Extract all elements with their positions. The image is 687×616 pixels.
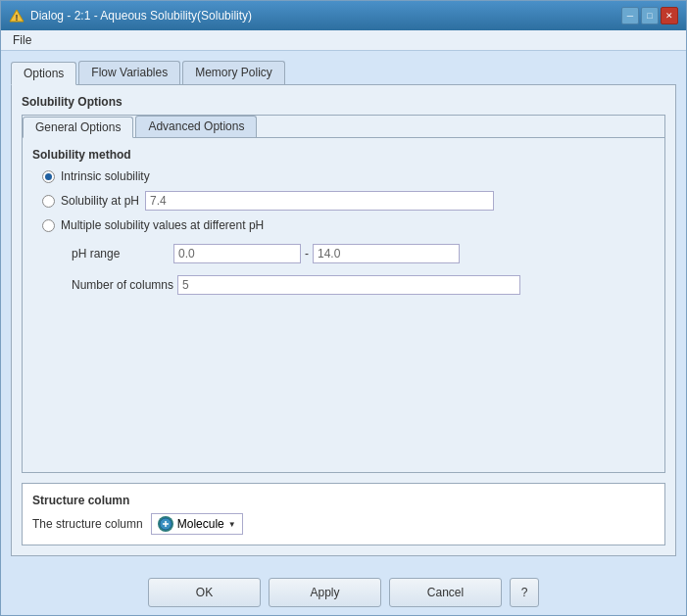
help-button[interactable]: ?	[510, 578, 539, 607]
file-menu[interactable]: File	[9, 31, 35, 49]
radio-label-ph: Solubility at pH	[61, 194, 139, 208]
molecule-dropdown[interactable]: Molecule ▼	[151, 513, 243, 535]
num-columns-row: Number of columns	[72, 275, 655, 295]
title-text: Dialog - 2:1 - Aqueous Solubility(Solubi…	[30, 9, 252, 23]
title-bar: ! Dialog - 2:1 - Aqueous Solubility(Solu…	[1, 1, 686, 30]
maximize-button[interactable]: □	[641, 7, 659, 24]
outer-tab-container: Options Flow Variables Memory Policy Sol…	[11, 61, 676, 556]
inner-tab-container: General Options Advanced Options Solubil…	[22, 115, 665, 473]
radio-intrinsic[interactable]	[42, 170, 55, 183]
ph-range-row: pH range -	[72, 244, 655, 263]
radio-row-multiple: Multiple solubility values at different …	[42, 218, 655, 232]
solubility-method-label: Solubility method	[32, 148, 655, 162]
title-buttons: ─ □ ✕	[621, 7, 678, 24]
title-bar-left: ! Dialog - 2:1 - Aqueous Solubility(Solu…	[9, 8, 252, 24]
minimize-button[interactable]: ─	[621, 7, 639, 24]
structure-section: Structure column The structure column	[22, 483, 665, 545]
molecule-label: Molecule	[177, 517, 224, 531]
tab-memory-policy[interactable]: Memory Policy	[182, 61, 285, 84]
warning-icon: !	[9, 8, 25, 24]
apply-button[interactable]: Apply	[269, 578, 381, 607]
ph-value-input[interactable]	[145, 191, 494, 211]
structure-column-label: Structure column	[32, 494, 655, 507]
outer-tab-bar: Options Flow Variables Memory Policy	[11, 61, 676, 85]
molecule-icon	[158, 516, 173, 532]
svg-text:!: !	[16, 13, 19, 23]
ph-range-dash: -	[305, 247, 309, 261]
tab-advanced-options[interactable]: Advanced Options	[135, 116, 257, 137]
inner-tab-bar: General Options Advanced Options	[23, 116, 664, 138]
outer-tab-content: Solubility Options General Options Advan…	[11, 85, 676, 556]
close-button[interactable]: ✕	[661, 7, 678, 24]
solubility-options-label: Solubility Options	[22, 95, 665, 109]
structure-row: The structure column Molecule ▼	[32, 513, 655, 535]
ph-range-label: pH range	[72, 247, 170, 261]
ok-button[interactable]: OK	[148, 578, 261, 607]
tab-general-options[interactable]: General Options	[23, 117, 133, 138]
content-area: Options Flow Variables Memory Policy Sol…	[1, 51, 686, 566]
num-columns-label: Number of columns	[72, 278, 173, 292]
button-bar: OK Apply Cancel ?	[1, 566, 686, 615]
cancel-button[interactable]: Cancel	[389, 578, 502, 607]
radio-row-ph: Solubility at pH	[42, 191, 655, 211]
radio-label-multiple: Multiple solubility values at different …	[61, 218, 264, 232]
radio-group-solubility: Intrinsic solubility Solubility at pH	[42, 169, 655, 295]
radio-multiple[interactable]	[42, 219, 55, 232]
radio-ph[interactable]	[42, 195, 55, 208]
ph-range-start-input[interactable]	[173, 244, 301, 263]
inner-tab-content: Solubility method Intrinsic solubility S…	[23, 138, 664, 472]
tab-flow-variables[interactable]: Flow Variables	[78, 61, 180, 84]
structure-the-label: The structure column	[32, 517, 143, 531]
main-window: ! Dialog - 2:1 - Aqueous Solubility(Solu…	[0, 0, 687, 616]
tab-options[interactable]: Options	[11, 62, 76, 85]
ph-range-end-input[interactable]	[313, 244, 460, 263]
num-columns-input[interactable]	[177, 275, 520, 295]
radio-label-intrinsic: Intrinsic solubility	[61, 169, 150, 183]
menu-bar: File	[1, 30, 686, 51]
dropdown-arrow-icon: ▼	[228, 520, 236, 529]
radio-row-intrinsic: Intrinsic solubility	[42, 169, 655, 183]
